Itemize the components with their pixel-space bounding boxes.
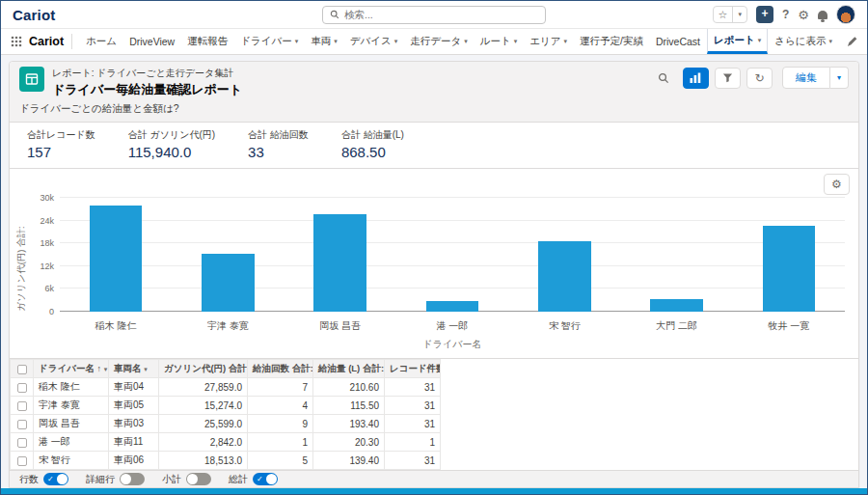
chart-bar[interactable] bbox=[90, 206, 143, 312]
nav-tab-label: ホーム bbox=[86, 35, 117, 48]
select-all-checkbox[interactable] bbox=[11, 360, 34, 378]
row-checkbox[interactable] bbox=[11, 452, 34, 470]
chart-bar[interactable] bbox=[426, 301, 479, 312]
row-checkbox[interactable] bbox=[11, 397, 34, 415]
category-label: 宇津 泰寛 bbox=[172, 319, 284, 333]
category-label: 岡坂 昌吾 bbox=[285, 319, 396, 333]
report-question: ドライバーごとの給油量と金額は? bbox=[19, 102, 849, 116]
table-row[interactable]: 港 一郎車両112,842.0120.301 bbox=[11, 433, 441, 452]
favorites-star-icon[interactable]: ☆ bbox=[714, 7, 733, 22]
nav-tab[interactable]: さらに表示▾ bbox=[769, 29, 838, 54]
nav-tab[interactable]: 車両▾ bbox=[305, 29, 343, 54]
chart-bar[interactable] bbox=[763, 226, 816, 312]
chart-bar[interactable] bbox=[650, 299, 703, 312]
column-header[interactable]: 給油回数 合計: bbox=[248, 360, 313, 378]
user-avatar[interactable] bbox=[836, 5, 855, 24]
app-launcher-waffle-icon[interactable] bbox=[11, 36, 22, 47]
chart-bar[interactable] bbox=[313, 214, 366, 312]
row-checkbox[interactable] bbox=[11, 433, 34, 452]
nav-tab[interactable]: 運行予定/実績 bbox=[574, 29, 649, 54]
quick-add-button[interactable]: + bbox=[756, 6, 773, 23]
nav-tab[interactable]: DriveView bbox=[123, 29, 180, 54]
summary-metric: 合計 ガソリン代(円)115,940.0 bbox=[128, 128, 215, 160]
table-row[interactable]: 稲木 隆仁車両0427,859.07210.6031 bbox=[11, 378, 441, 397]
table-row[interactable]: 岡坂 昌吾車両0325,599.09193.4031 bbox=[11, 415, 441, 433]
refresh-button[interactable]: ↻ bbox=[746, 68, 773, 89]
nav-tab[interactable]: DriveCast bbox=[650, 29, 706, 54]
setup-gear-icon[interactable]: ⚙ bbox=[798, 9, 809, 21]
report-search-button[interactable] bbox=[651, 68, 677, 89]
nav-tab[interactable]: ドライバー▾ bbox=[234, 29, 304, 54]
nav-tab[interactable]: デバイス▾ bbox=[344, 29, 404, 54]
report-type-label: レポート: ドライバーごと走行データ集計 bbox=[52, 67, 242, 80]
nav-tab[interactable]: 走行データ▾ bbox=[404, 29, 474, 54]
row-checkbox[interactable] bbox=[11, 378, 34, 397]
table-cell: 7 bbox=[248, 378, 313, 397]
nav-tab[interactable]: レポート▾ bbox=[707, 29, 768, 54]
table-cell: 稲木 隆仁 bbox=[34, 378, 109, 397]
metric-value: 868.50 bbox=[341, 144, 404, 160]
nav-tab-label: DriveCast bbox=[656, 36, 700, 47]
category-label: 牧井 一寛 bbox=[733, 319, 845, 333]
column-header[interactable]: レコード件数 bbox=[385, 360, 441, 378]
toggle-switch[interactable] bbox=[120, 473, 145, 485]
table-cell: 115.50 bbox=[313, 397, 385, 415]
chart-xlabels: 稲木 隆仁宇津 泰寛岡坂 昌吾港 一郎宋 智行大門 二郎牧井 一寛 bbox=[60, 319, 845, 333]
toggle-knob bbox=[121, 474, 131, 484]
favorites-group: ☆ ▾ bbox=[713, 6, 747, 23]
nav-tab[interactable]: ホーム bbox=[80, 29, 122, 54]
table-row[interactable]: 宇津 泰寛車両0515,274.04115.5031 bbox=[11, 397, 441, 415]
edit-split-button: 編集 ▾ bbox=[782, 67, 849, 89]
chart-toggle-button[interactable] bbox=[683, 68, 709, 89]
row-checkbox[interactable] bbox=[11, 415, 34, 433]
app-nav-bar: Cariot ホームDriveView運転報告ドライバー▾車両▾デバイス▾走行デ… bbox=[1, 29, 867, 55]
table-cell: 31 bbox=[385, 415, 441, 433]
category-label: 稲木 隆仁 bbox=[60, 319, 172, 333]
favorites-chevron-icon[interactable]: ▾ bbox=[732, 7, 746, 22]
nav-tab[interactable]: ルート▾ bbox=[475, 29, 524, 54]
bottom-brand-strip bbox=[1, 488, 867, 494]
toggle-switch[interactable] bbox=[186, 473, 211, 485]
metric-label: 合計 給油回数 bbox=[248, 128, 309, 142]
y-tick-label: 30k bbox=[40, 193, 54, 203]
chevron-down-icon[interactable]: ▾ bbox=[144, 366, 148, 372]
chart-bar[interactable] bbox=[202, 254, 255, 312]
toggle-knob bbox=[266, 474, 277, 484]
column-header[interactable]: 車両名 ▾ bbox=[109, 360, 159, 378]
summary-bar: 合計レコード数157合計 ガソリン代(円)115,940.0合計 給油回数33合… bbox=[10, 123, 858, 169]
checkbox-icon bbox=[17, 438, 27, 448]
nav-tab-label: さらに表示 bbox=[774, 35, 826, 48]
chart-bar[interactable] bbox=[538, 241, 591, 312]
table-cell: 宋 智行 bbox=[34, 452, 109, 470]
toggle-switch[interactable]: ✓ bbox=[43, 473, 68, 485]
table-cell: 宇津 泰寛 bbox=[34, 397, 109, 415]
chevron-down-icon: ▾ bbox=[394, 38, 398, 45]
check-icon: ✓ bbox=[257, 473, 263, 485]
nav-tab[interactable]: エリア▾ bbox=[524, 29, 573, 54]
table-cell: 岡坂 昌吾 bbox=[34, 415, 109, 433]
global-search-input[interactable] bbox=[344, 9, 538, 20]
metric-value: 115,940.0 bbox=[128, 144, 215, 160]
chart-slot bbox=[172, 198, 284, 312]
table-row[interactable]: 宋 智行車両0618,513.05139.4031 bbox=[11, 452, 441, 470]
header-actions: ☆ ▾ + ? ⚙ bbox=[713, 5, 855, 24]
chart-settings-button[interactable]: ⚙ bbox=[824, 174, 850, 195]
chevron-down-icon[interactable]: ▾ bbox=[104, 366, 108, 372]
toggle-switch[interactable]: ✓ bbox=[253, 473, 278, 485]
column-header[interactable]: 給油量 (L) 合計: bbox=[313, 360, 385, 378]
filter-button[interactable] bbox=[715, 68, 741, 89]
global-search[interactable] bbox=[322, 6, 546, 24]
table-cell: 139.40 bbox=[313, 452, 385, 470]
help-icon[interactable]: ? bbox=[782, 8, 789, 21]
edit-dropdown-chevron[interactable]: ▾ bbox=[830, 67, 849, 89]
column-header[interactable]: ドライバー名 ↑ ▾ bbox=[34, 360, 109, 378]
notifications-bell-icon[interactable] bbox=[818, 11, 827, 19]
table-cell: 20.30 bbox=[313, 433, 385, 452]
edit-nav-pencil-icon[interactable] bbox=[847, 37, 857, 47]
nav-tab[interactable]: 運転報告 bbox=[181, 29, 233, 54]
chevron-down-icon: ▾ bbox=[464, 38, 468, 45]
y-tick-label: 18k bbox=[40, 238, 54, 248]
column-header[interactable]: ガソリン代(円) 合計: bbox=[159, 360, 248, 378]
table-cell: 31 bbox=[385, 452, 441, 470]
edit-button[interactable]: 編集 bbox=[782, 67, 830, 89]
